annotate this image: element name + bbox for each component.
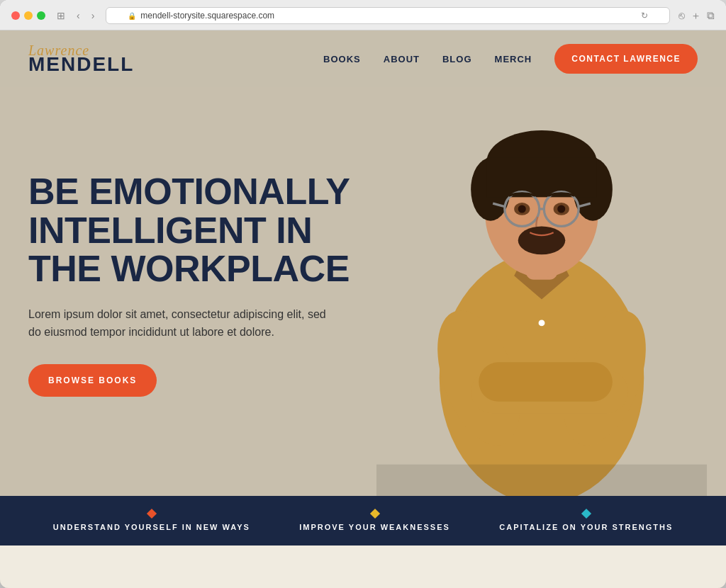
svg-rect-12 [486, 158, 596, 197]
nav-links: BOOKS ABOUT BLOG MERCH CONTACT LAWRENCE [323, 44, 698, 74]
back-button[interactable]: ‹ [74, 9, 83, 23]
browser-chrome: ⊞ ‹ › 🔒 mendell-storysite.squarespace.co… [0, 0, 726, 30]
forward-button[interactable]: › [89, 9, 98, 23]
nav-books[interactable]: BOOKS [323, 54, 361, 64]
maximize-button[interactable] [37, 11, 45, 20]
nav-grid-icon[interactable]: ⊞ [54, 9, 68, 23]
minimize-button[interactable] [24, 11, 33, 20]
hero-section: BE EMOTIONALLY INTELLIGENT IN THE WORKPL… [0, 87, 726, 496]
nav-about[interactable]: ABOUT [384, 54, 420, 64]
hero-content: BE EMOTIONALLY INTELLIGENT IN THE WORKPL… [0, 144, 397, 439]
browser-nav: ⊞ ‹ › [54, 9, 97, 23]
new-tab-icon[interactable]: ＋ [691, 9, 701, 23]
svg-rect-24 [376, 465, 707, 496]
diamond-icon-improve [369, 509, 379, 519]
main-nav: Lawrence MENDELL BOOKS ABOUT BLOG MERCH … [0, 30, 726, 87]
contact-button[interactable]: CONTACT LAWRENCE [554, 44, 698, 74]
svg-point-22 [518, 226, 566, 254]
svg-point-23 [539, 320, 545, 326]
logo[interactable]: Lawrence MENDELL [28, 43, 134, 74]
close-button[interactable] [11, 11, 20, 20]
person-illustration [357, 87, 726, 496]
bottom-label-understand: UNDERSTAND YOURSELF IN NEW WAYS [53, 523, 250, 531]
browser-actions: ⎋ ＋ ⧉ [678, 9, 715, 23]
bottom-bar: UNDERSTAND YOURSELF IN NEW WAYS IMPROVE … [0, 496, 726, 545]
browser-window: ⊞ ‹ › 🔒 mendell-storysite.squarespace.co… [0, 0, 726, 588]
website: Lawrence MENDELL BOOKS ABOUT BLOG MERCH … [0, 30, 726, 588]
share-icon[interactable]: ⎋ [678, 9, 685, 23]
nav-merch[interactable]: MERCH [495, 54, 532, 64]
bottom-label-capitalize: CAPITALIZE ON YOUR STRENGTHS [499, 523, 673, 531]
nav-blog[interactable]: BLOG [442, 54, 472, 64]
bottom-label-improve: IMPROVE YOUR WEAKNESSES [299, 523, 450, 531]
diamond-icon-capitalize [581, 509, 591, 519]
bottom-item-understand: UNDERSTAND YOURSELF IN NEW WAYS [53, 510, 250, 531]
svg-point-20 [518, 205, 526, 213]
hero-title: BE EMOTIONALLY INTELLIGENT IN THE WORKPL… [28, 172, 369, 288]
hero-subtitle: Lorem ipsum dolor sit amet, consectetur … [28, 305, 340, 341]
traffic-lights [11, 11, 45, 20]
tabs-icon[interactable]: ⧉ [707, 9, 715, 23]
svg-rect-6 [479, 362, 613, 401]
lock-icon: 🔒 [128, 12, 136, 20]
address-bar[interactable]: 🔒 mendell-storysite.squarespace.com ↻ [106, 7, 670, 24]
hero-image [357, 87, 726, 496]
diamond-icon-understand [147, 509, 157, 519]
url-text: mendell-storysite.squarespace.com [140, 11, 274, 21]
reload-button[interactable]: ↻ [641, 11, 648, 21]
svg-point-21 [557, 205, 565, 213]
logo-main: MENDELL [28, 55, 134, 74]
bottom-item-improve: IMPROVE YOUR WEAKNESSES [299, 510, 450, 531]
browse-books-button[interactable]: BROWSE BOOKS [28, 364, 157, 397]
bottom-item-capitalize: CAPITALIZE ON YOUR STRENGTHS [499, 510, 673, 531]
below-bar-area [0, 545, 726, 588]
